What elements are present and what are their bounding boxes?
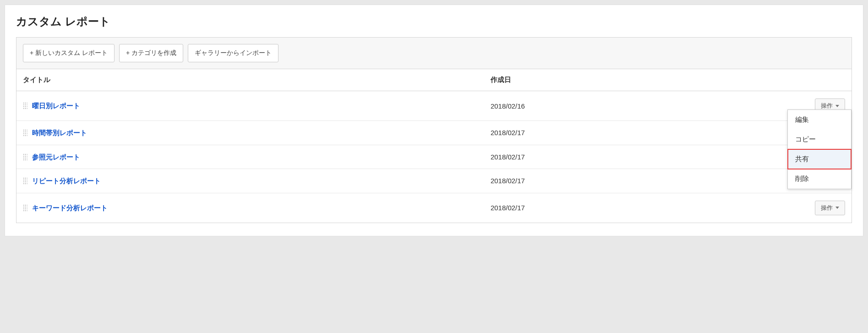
dropdown-item[interactable]: 削除 <box>788 169 851 189</box>
created-date-cell: 2018/02/17 <box>484 121 768 145</box>
title-cell: リピート分析レポート <box>16 169 484 193</box>
created-date-cell: 2018/02/17 <box>484 145 768 169</box>
dropdown-item[interactable]: コピー <box>788 130 851 149</box>
table-row: 曜日別レポート2018/02/16操作編集コピー共有削除 <box>16 91 852 121</box>
new-category-button[interactable]: + カテゴリを作成 <box>119 44 183 62</box>
report-link[interactable]: 曜日別レポート <box>32 102 80 109</box>
dropdown-item[interactable]: 編集 <box>788 110 851 130</box>
column-header-action <box>768 69 852 91</box>
custom-reports-panel: カスタム レポート + 新しいカスタム レポート + カテゴリを作成 ギャラリー… <box>5 5 863 236</box>
drag-handle-icon[interactable] <box>23 153 27 161</box>
report-link[interactable]: 時間帯別レポート <box>32 129 87 136</box>
title-cell: キーワード分析レポート <box>16 193 484 223</box>
reports-table: タイトル 作成日 曜日別レポート2018/02/16操作編集コピー共有削除時間帯… <box>16 69 852 223</box>
title-cell: 参照元レポート <box>16 145 484 169</box>
caret-down-icon <box>835 207 839 209</box>
table-row: 参照元レポート2018/02/17 <box>16 145 852 169</box>
report-link[interactable]: キーワード分析レポート <box>32 203 108 211</box>
page-title: カスタム レポート <box>16 14 852 29</box>
action-button-label: 操作 <box>821 102 833 110</box>
title-cell: 曜日別レポート <box>16 91 484 121</box>
created-date-cell: 2018/02/17 <box>484 193 768 223</box>
action-button-label: 操作 <box>821 204 833 212</box>
toolbar: + 新しいカスタム レポート + カテゴリを作成 ギャラリーからインポート <box>16 38 852 69</box>
drag-handle-icon[interactable] <box>23 102 27 109</box>
drag-handle-icon[interactable] <box>23 177 27 185</box>
drag-handle-icon[interactable] <box>23 129 27 136</box>
column-header-title: タイトル <box>16 69 484 91</box>
report-link[interactable]: 参照元レポート <box>32 153 80 160</box>
action-dropdown-button[interactable]: 操作 <box>815 201 845 215</box>
table-row: 時間帯別レポート2018/02/17 <box>16 121 852 145</box>
title-cell: 時間帯別レポート <box>16 121 484 145</box>
new-custom-report-button[interactable]: + 新しいカスタム レポート <box>23 44 115 62</box>
drag-handle-icon[interactable] <box>23 204 27 212</box>
action-cell: 操作 <box>768 193 852 223</box>
action-dropdown-menu: 編集コピー共有削除 <box>787 109 852 189</box>
action-cell: 操作編集コピー共有削除 <box>768 91 852 121</box>
report-link[interactable]: リピート分析レポート <box>32 177 101 185</box>
table-row: キーワード分析レポート2018/02/17操作 <box>16 193 852 223</box>
dropdown-item[interactable]: 共有 <box>788 149 851 169</box>
column-header-created: 作成日 <box>484 69 768 91</box>
import-from-gallery-button[interactable]: ギャラリーからインポート <box>188 44 278 62</box>
created-date-cell: 2018/02/16 <box>484 91 768 121</box>
table-row: リピート分析レポート2018/02/17 <box>16 169 852 193</box>
table-header-row: タイトル 作成日 <box>16 69 852 91</box>
caret-down-icon <box>835 105 839 107</box>
created-date-cell: 2018/02/17 <box>484 169 768 193</box>
reports-table-container: + 新しいカスタム レポート + カテゴリを作成 ギャラリーからインポート タイ… <box>16 37 852 223</box>
